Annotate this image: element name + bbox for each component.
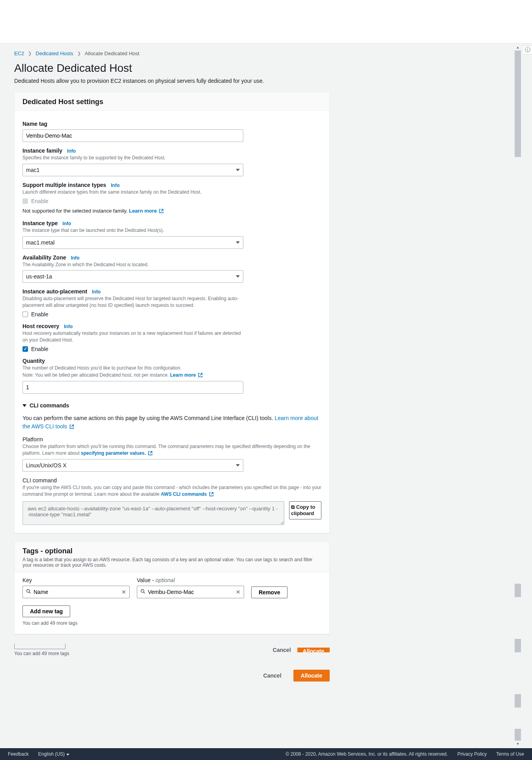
search-icon: [26, 589, 31, 595]
scrollbar-segment[interactable]: [515, 584, 521, 597]
external-link-icon: [148, 450, 153, 457]
browser-top-area: [0, 0, 532, 43]
cancel-button[interactable]: Cancel: [256, 670, 289, 682]
tag-key-label: Key: [22, 577, 32, 583]
clear-icon[interactable]: ✕: [236, 589, 241, 595]
auto-placement-label: Instance auto-placement: [22, 288, 87, 295]
privacy-policy-link[interactable]: Privacy Policy: [457, 751, 487, 757]
scrollbar-thumb[interactable]: [515, 50, 521, 157]
scrollbar-segment[interactable]: [515, 694, 521, 708]
breadcrumb: EC2 ❯ Dedicated Hosts ❯ Allocate Dedicat…: [14, 50, 518, 56]
cutoff-allocate: Allocate: [297, 648, 330, 652]
quantity-help: The number of Dedicated Hosts you'd like…: [22, 365, 321, 372]
external-link-icon: [69, 422, 74, 431]
host-recovery-enable-label: Enable: [31, 346, 49, 352]
page-description: Dedicated Hosts allow you to provision E…: [14, 78, 518, 84]
breadcrumb-current: Allocate Dedicated Host: [85, 50, 140, 56]
instance-type-info-link[interactable]: Info: [62, 221, 71, 226]
caret-down-icon: [236, 241, 240, 244]
instance-type-label: Instance type: [22, 220, 58, 226]
breadcrumb-dedicated-hosts[interactable]: Dedicated Hosts: [35, 50, 73, 56]
auto-placement-help: Disabling auto-placement will preserve t…: [22, 295, 243, 309]
breadcrumb-ec2[interactable]: EC2: [14, 50, 24, 56]
scrollbar-segment[interactable]: [515, 639, 521, 652]
caret-down-icon: [66, 754, 69, 756]
quantity-learn-more[interactable]: Learn more: [170, 372, 196, 378]
scrollbar-up-arrow[interactable]: ▲: [515, 44, 521, 50]
multi-instance-note: Not supported for the selected instance …: [22, 208, 129, 214]
multi-instance-enable-label: Enable: [31, 198, 49, 204]
external-link-icon: [209, 491, 214, 498]
triangle-down-icon: [22, 404, 26, 407]
svg-point-2: [141, 590, 144, 592]
instance-family-info-link[interactable]: Info: [67, 148, 76, 154]
multi-instance-label: Support multiple instance types: [22, 182, 106, 188]
cli-commands-label: CLI commands: [30, 402, 69, 409]
tags-header: Tags - optional: [22, 547, 321, 555]
copy-label: Copy to clipboard: [291, 504, 315, 516]
svg-line-3: [144, 592, 145, 593]
caret-down-icon: [236, 464, 240, 467]
caret-down-icon: [236, 169, 240, 171]
platform-help: Choose the platform from which you'll be…: [22, 444, 310, 456]
platform-select[interactable]: Linux/Unix/OS X: [22, 459, 243, 472]
external-link-icon: [198, 372, 203, 379]
language-selector[interactable]: English (US): [38, 751, 69, 757]
auto-placement-info-link[interactable]: Info: [92, 289, 101, 295]
quantity-label: Quantity: [22, 358, 45, 364]
clear-icon[interactable]: ✕: [121, 589, 126, 595]
scrollbar-segment[interactable]: [515, 729, 521, 741]
instance-family-label: Instance family: [22, 148, 62, 154]
platform-help-link[interactable]: specifying parameter values.: [81, 450, 146, 456]
tag-value-input[interactable]: ✕: [137, 586, 244, 598]
feedback-link[interactable]: Feedback: [8, 751, 29, 757]
cli-command-textarea[interactable]: aws ec2 allocate-hosts --availability-zo…: [22, 501, 284, 525]
tag-value-label: Value - optional: [137, 577, 175, 583]
settings-header: Dedicated Host settings: [22, 98, 321, 106]
search-icon: [140, 589, 146, 595]
caret-down-icon: [236, 275, 240, 278]
az-info-link[interactable]: Info: [71, 255, 80, 261]
platform-label: Platform: [22, 436, 43, 443]
scrollbar-down-arrow[interactable]: ▼: [515, 741, 521, 747]
quantity-input[interactable]: [22, 381, 243, 394]
remove-tag-button[interactable]: Remove: [251, 586, 287, 598]
copy-to-clipboard-button[interactable]: ⧉Copy to clipboard: [289, 501, 321, 519]
platform-value: Linux/Unix/OS X: [26, 462, 67, 469]
chevron-right-icon: ❯: [77, 51, 81, 56]
cutoff-note: You can add 49 more tags: [14, 651, 69, 656]
footer-copyright: © 2008 - 2020, Amazon Web Services, Inc.…: [286, 751, 448, 757]
az-select[interactable]: us-east-1a: [22, 270, 243, 283]
name-tag-label: Name tag: [22, 121, 47, 127]
dedicated-host-settings-panel: Dedicated Host settings Name tag Instanc…: [14, 92, 330, 533]
multi-instance-info-link[interactable]: Info: [111, 183, 119, 188]
az-help: The Availability Zone in which the Dedic…: [22, 261, 321, 268]
auto-placement-enable-label: Enable: [31, 311, 49, 317]
tags-panel: Tags - optional A tag is a label that yo…: [14, 541, 330, 634]
page-title: Allocate Dedicated Host: [14, 62, 518, 75]
host-recovery-label: Host recovery: [22, 323, 59, 329]
auto-placement-checkbox[interactable]: [22, 312, 28, 317]
cli-intro-text: You can perform the same actions on this…: [22, 415, 274, 421]
instance-type-help: The instance type that can be launched o…: [22, 227, 321, 234]
terms-of-use-link[interactable]: Terms of Use: [496, 751, 524, 757]
cli-command-help-link[interactable]: AWS CLI commands: [161, 491, 207, 497]
host-recovery-checkbox[interactable]: ✓: [22, 346, 28, 352]
tag-key-input[interactable]: ✕: [22, 586, 130, 598]
instance-family-value: mac1: [26, 167, 39, 173]
cli-commands-toggle[interactable]: CLI commands: [22, 402, 321, 409]
multi-instance-checkbox: [22, 198, 28, 204]
multi-instance-learn-more[interactable]: Learn more: [129, 208, 157, 214]
host-recovery-info-link[interactable]: Info: [64, 324, 73, 329]
instance-family-select[interactable]: mac1: [22, 164, 243, 176]
cli-command-label: CLI command: [22, 477, 57, 484]
name-tag-input[interactable]: [22, 129, 243, 142]
az-label: Availability Zone: [22, 254, 66, 261]
chevron-right-icon: ❯: [28, 51, 32, 56]
external-link-icon: [159, 207, 164, 215]
add-new-tag-button[interactable]: Add new tag: [22, 605, 70, 617]
svg-line-1: [29, 592, 30, 593]
instance-type-select[interactable]: mac1.metal: [22, 236, 243, 249]
tags-description: A tag is a label that you assign to an A…: [22, 557, 321, 568]
allocate-button[interactable]: Allocate: [293, 670, 330, 682]
